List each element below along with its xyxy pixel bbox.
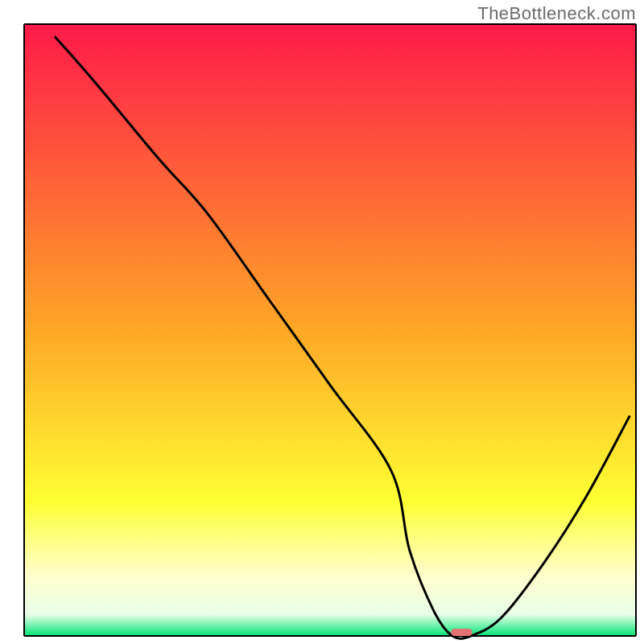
chart-container: TheBottleneck.com <box>0 0 644 644</box>
watermark-text: TheBottleneck.com <box>477 3 636 24</box>
highlight-marker <box>451 629 473 636</box>
plot-background <box>24 24 636 636</box>
chart-svg <box>0 0 644 644</box>
